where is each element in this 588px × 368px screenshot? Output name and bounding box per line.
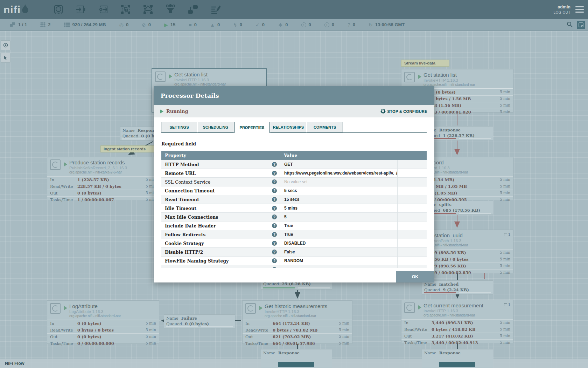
property-row-cookie-strategy: Cookie Strategy? DISABLED <box>161 239 427 248</box>
processor-stat-row: In1 (228.57 KB)5 min <box>47 176 159 183</box>
processor-stat-row: Read/Write0 bytes / 0 bytes5 min <box>47 327 159 333</box>
processor-get-current-measurement[interactable]: Get current measurement InvokeHTTP 1.16.… <box>401 300 513 343</box>
connection-label-response-bottom-center[interactable]: NameResponse <box>261 349 332 368</box>
tab-relationships[interactable]: RELATIONSHIPS <box>271 122 306 132</box>
help-icon[interactable]: ? <box>272 188 277 193</box>
property-row-max-idle-connections: Max Idle Connections? 5 <box>161 213 427 222</box>
required-field-note: Required field <box>161 141 427 146</box>
birdseye-button[interactable] <box>1 40 10 50</box>
queue-full-bar <box>439 362 475 367</box>
ok-button[interactable]: OK <box>396 271 434 282</box>
property-row-follow-redirects: Follow Redirects? True <box>161 230 427 239</box>
queue-full-bar <box>278 362 314 367</box>
running-indicator-icon <box>64 306 67 310</box>
info-icon[interactable]: i <box>396 171 397 176</box>
properties-table: Property Value HTTP Method? GET Remote U… <box>161 151 427 268</box>
processor-stat-row: Out0 (0 bytes)5 min <box>47 190 159 196</box>
processor-stat-row: Out3,217 (418.02 KB)5 min <box>401 333 513 339</box>
stop-and-configure-button[interactable]: STOP & CONFIGURE <box>380 109 427 114</box>
queue-count-bar <box>424 292 456 293</box>
queue-size-bar <box>201 326 233 327</box>
help-icon[interactable]: ? <box>272 223 277 228</box>
connection-label-matched[interactable]: Namematched Queued9 (2.24 KB) <box>422 280 493 294</box>
queue-count-bar <box>122 138 145 139</box>
dialog-tabs: SETTINGS SCHEDULING PROPERTIES RELATIONS… <box>161 122 427 133</box>
tab-properties[interactable]: PROPERTIES <box>234 122 270 133</box>
help-icon[interactable]: ? <box>272 206 277 211</box>
property-column-header: Property <box>161 153 280 158</box>
processor-type-icon <box>404 302 415 313</box>
active-threads-badge: 1 <box>504 232 510 237</box>
property-row-connection-timeout: Connection Timeout? 5 secs <box>161 186 427 195</box>
processor-stat-row: Read/Write228.57 KB / 0 bytes5 min <box>47 183 159 190</box>
processor-stat-row: Tasks/Time1 / 00:00:00.0675 min <box>47 196 159 203</box>
property-row-idle-timeout: Idle Timeout? 5 mins <box>161 204 427 213</box>
pan-hand-button[interactable] <box>1 53 10 63</box>
dialog-header: Processor Details <box>154 86 434 105</box>
queue-size-bar <box>459 292 491 293</box>
running-indicator-icon <box>418 75 421 79</box>
property-row-remote-url: Remote URL? https://www.pegelonline.wsv.… <box>161 169 427 178</box>
running-indicator-icon <box>64 162 67 166</box>
connection-label-failure[interactable]: NameFailure Queued0 (0 bytes) <box>164 314 235 328</box>
property-row-http-method: HTTP Method? GET <box>161 160 427 169</box>
property-row-disable-http2: Disable HTTP/2? False <box>161 248 427 257</box>
property-row-ssl-context-service: SSL Context Service? No value set <box>161 178 427 186</box>
processor-type-icon <box>50 303 61 314</box>
canvas-label-ingest[interactable]: Ingest station records <box>100 145 155 152</box>
help-icon[interactable]: ? <box>272 214 277 219</box>
dialog-state-row: Running STOP & CONFIGURE <box>154 105 434 117</box>
processor-stat-row: Tasks/Time3,440 / 00:02:40.9135 min <box>401 339 513 346</box>
queue-size-bar <box>298 287 330 288</box>
help-icon[interactable]: ? <box>272 197 277 202</box>
processor-type-icon <box>245 303 256 314</box>
tab-comments[interactable]: COMMENTS <box>307 122 343 132</box>
processor-logattribute[interactable]: LogAttribute LogAttribute 1.16.3 org.apa… <box>47 300 159 344</box>
queue-count-bar <box>166 326 198 327</box>
running-state-label: Running <box>166 109 188 114</box>
help-icon[interactable]: ? <box>272 179 277 184</box>
running-indicator-icon <box>169 74 172 79</box>
birdseye-icon <box>3 42 8 48</box>
processor-get-historic-measurements[interactable]: Get historic measurements InvokeHTTP 1.1… <box>242 300 352 344</box>
nifi-app: nifi <box>0 0 588 368</box>
tab-scheduling[interactable]: SCHEDULING <box>198 122 233 132</box>
help-icon[interactable]: ? <box>272 267 277 268</box>
processor-stat-row: Out0 (0 bytes)5 min <box>47 333 159 340</box>
processor-type-icon <box>50 159 61 170</box>
processor-stat-row: Read/Write0 bytes / 703.02 MB5 min <box>243 327 352 333</box>
breadcrumb-nifi-flow[interactable]: NiFi Flow <box>5 361 24 366</box>
processor-produce-station-records[interactable]: Produce station records PublishKafkaReco… <box>47 157 159 200</box>
running-indicator-icon <box>259 306 262 310</box>
processor-stat-row: Tasks/Time0 / 00:00:00.0005 min <box>47 340 159 347</box>
canvas-label-stream[interactable]: Stream live-data <box>401 60 449 67</box>
processor-stat-row: Out621 (703.02 MB)5 min <box>243 333 352 340</box>
properties-table-header: Property Value <box>161 151 427 160</box>
queue-size-bar <box>459 138 491 139</box>
threads-grid-icon <box>504 233 507 236</box>
running-state-icon <box>160 109 163 114</box>
help-icon[interactable]: ? <box>272 232 277 237</box>
tab-settings[interactable]: SETTINGS <box>161 122 197 132</box>
value-column-header: Value <box>280 153 398 158</box>
help-icon[interactable]: ? <box>272 241 277 246</box>
help-icon[interactable]: ? <box>272 171 277 176</box>
property-row-flowfile-naming-strategy: FlowFile Naming Strategy? RANDOM <box>161 257 427 265</box>
threads-grid-icon <box>504 303 507 306</box>
processor-stat-row: In3,440 (896.31 KB)5 min <box>401 319 513 326</box>
running-indicator-icon <box>418 305 421 309</box>
active-threads-badge: 1 <box>504 302 510 307</box>
dialog-title: Processor Details <box>161 92 219 99</box>
processor-details-dialog: Processor Details Running STOP & CONFIGU… <box>154 86 434 282</box>
queue-size-bar <box>459 213 491 214</box>
processor-stat-row: Tasks/Time664 / 00:01:57.9865 min <box>243 340 352 347</box>
gear-icon <box>380 109 386 114</box>
property-row-read-timeout: Read Timeout? 15 secs <box>161 195 427 204</box>
queue-count-bar <box>263 287 295 288</box>
connection-label-response-bottom-right[interactable]: NameResponse <box>422 349 493 368</box>
help-icon[interactable]: ? <box>272 250 277 254</box>
help-icon[interactable]: ? <box>272 258 277 263</box>
processor-type-icon <box>155 71 166 82</box>
processor-stat-row: In0 (0 bytes)5 min <box>47 320 159 327</box>
help-icon[interactable]: ? <box>272 162 277 167</box>
